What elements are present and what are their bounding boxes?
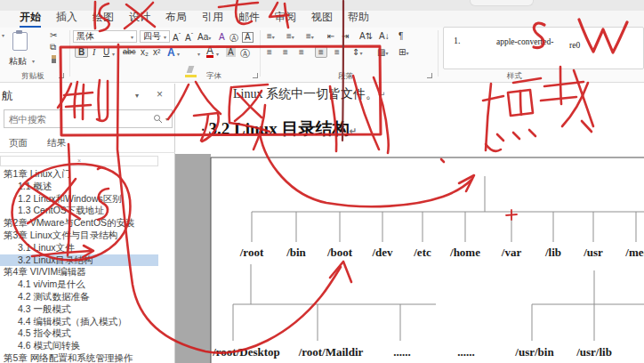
menu-tab[interactable]: 审阅 (275, 10, 296, 28)
menu-tab[interactable]: 布局 (165, 10, 187, 28)
outline-item[interactable]: 4.6 模式间转换 (0, 340, 175, 352)
paste-button[interactable]: 粘贴 (9, 55, 27, 68)
format-painter-icon[interactable] (52, 55, 56, 63)
pilcrow-mark: ↵ (378, 90, 385, 100)
underline-button[interactable]: U (103, 47, 109, 57)
subscript-button[interactable]: x₂ (141, 47, 149, 57)
italic-button[interactable]: I (93, 47, 95, 57)
phonetic-guide-button[interactable]: A (219, 32, 225, 42)
paste-icon[interactable] (12, 32, 28, 51)
outline-item[interactable]: 4.5 指令模式 (0, 327, 175, 340)
document-paragraph[interactable]: Linux 系统中一切皆文件。↵ (233, 86, 385, 102)
outline-item[interactable]: 4.4 编辑模式（插入模式） (0, 316, 175, 328)
outline-item[interactable]: 3.2 Linux目录结构 (0, 254, 158, 267)
style-item[interactable]: re0 (569, 41, 580, 50)
clipboard-dialog-launcher-icon[interactable] (59, 73, 64, 78)
group-divider (69, 30, 70, 77)
style-item[interactable]: 1. (454, 36, 461, 45)
tree-node: /var (502, 246, 521, 260)
menu-tab[interactable]: 插入 (56, 10, 77, 28)
outline-item[interactable]: 第2章 VMware与CentOS的安装 (0, 217, 175, 230)
font-size-combo[interactable]: 四号 ▾ (140, 30, 170, 43)
menu-tab[interactable]: 帮助 (348, 10, 369, 28)
font-name-combo[interactable]: 黑体 ▾ (73, 30, 137, 43)
group-divider (438, 30, 439, 77)
search-icon[interactable] (153, 114, 164, 125)
copy-icon[interactable]: ⧉ (50, 42, 56, 52)
outline-item[interactable]: 4.2 测试数据准备 (0, 291, 175, 303)
navigation-caret-icon[interactable]: ▾ (135, 92, 139, 100)
change-case-button[interactable]: Aa▾ (197, 32, 211, 42)
outline-item[interactable]: 4.3 一般模式 (0, 303, 175, 316)
tree-node: /med (625, 246, 644, 260)
outline-item[interactable]: 第4章 VI/VIM编辑器 (0, 266, 175, 278)
paste-caret-icon[interactable]: ▾ (32, 58, 35, 64)
outline-item[interactable]: 第3章 Linux文件与目录结构 (0, 230, 175, 242)
decrease-indent-icon[interactable]: ⇤ (327, 31, 334, 41)
outline-item[interactable]: 1.3 CentOS下载地址 (0, 205, 175, 217)
font-group-label: 字体 (206, 71, 221, 82)
increase-indent-icon[interactable]: ⇥ (342, 31, 349, 41)
search-caret-icon[interactable]: ▾ (165, 116, 168, 122)
style-item[interactable]: apple-converted- (496, 37, 553, 46)
menu-tab[interactable]: 绘图 (93, 10, 114, 28)
undo-caret-icon[interactable]: ▾ (2, 32, 4, 38)
show-marks-button[interactable]: ¶ (398, 31, 403, 41)
figure-border (211, 157, 644, 363)
highlight-pen-icon[interactable] (185, 66, 197, 77)
distribute-icon[interactable]: ≡ (334, 47, 340, 57)
menu-tab[interactable]: 设计 (129, 10, 150, 28)
navigation-close-icon[interactable]: × (157, 88, 163, 101)
outline-item[interactable]: 3.1 Linux文件 (0, 242, 175, 254)
enclose-char-button[interactable]: Ⓐ (240, 47, 250, 60)
paragraph-dialog-launcher-icon[interactable] (427, 73, 432, 78)
font-dialog-launcher-icon[interactable] (253, 73, 258, 78)
strikethrough-button[interactable]: abc (123, 47, 136, 56)
character-border-button[interactable]: A (242, 32, 254, 43)
tree-node: /etc (414, 246, 431, 260)
line-spacing-button[interactable]: ⇕▾ (352, 47, 362, 57)
font-color-caret-icon[interactable]: ▾ (216, 51, 219, 57)
document-heading[interactable]: ▪ 3.2 Linux 目录结构↵ (202, 117, 357, 141)
borders-button[interactable]: ⊞▾ (398, 47, 408, 57)
shading-button[interactable]: ▨▾ (377, 47, 388, 57)
align-left-icon[interactable]: ≡ (267, 47, 272, 57)
shrink-font-button[interactable]: Aˇ (185, 32, 193, 43)
outline-item[interactable]: 1.1 概述 (0, 181, 175, 193)
text-effects-button[interactable]: A (167, 46, 175, 59)
grow-font-button[interactable]: Aˆ (173, 32, 181, 43)
search-box[interactable]: ▾ (4, 109, 173, 128)
outline-item[interactable]: 1.2 Linux和Windows区别 (0, 193, 175, 206)
outline-item[interactable]: 第5章 网络配置和系统管理操作 (0, 352, 175, 363)
menu-tab[interactable]: 开始 (20, 10, 41, 28)
highlight-caret-icon[interactable]: ▾ (197, 51, 200, 57)
character-shading-button[interactable]: A (226, 47, 236, 57)
font-name-caret-icon: ▾ (131, 34, 133, 40)
menu-tab[interactable]: 邮件 (238, 10, 260, 28)
nav-result-bar[interactable]: × (0, 156, 158, 166)
bullet-list-button[interactable]: ≡▾ (267, 31, 275, 41)
underline-caret-icon[interactable]: ▾ (112, 51, 115, 57)
text-effects-caret-icon[interactable]: ▾ (177, 51, 180, 57)
cut-icon[interactable]: ✂ (50, 30, 57, 40)
menu-tab[interactable]: 引用 (202, 10, 223, 28)
search-input[interactable] (4, 114, 153, 125)
sort-button[interactable]: A↓ (379, 31, 390, 41)
font-color-button[interactable]: A (206, 46, 213, 58)
menu-tab[interactable]: 视图 (311, 10, 333, 28)
multilevel-list-button[interactable]: ≡▾ (306, 31, 314, 41)
enclose-characters-button[interactable]: Ⓐ (229, 32, 238, 44)
numbered-list-button[interactable]: ≡▾ (286, 31, 294, 41)
bold-button[interactable]: B (75, 46, 88, 58)
styles-group-label: 样式 (507, 71, 522, 82)
outline-item[interactable]: 4.1 vi/vim是什么 (0, 278, 175, 291)
align-right-icon[interactable]: ≡ (299, 47, 304, 57)
nav-tab[interactable]: 结果 (47, 137, 66, 149)
justify-icon[interactable]: ≡ (315, 46, 327, 58)
nav-tab[interactable]: 页面 (9, 137, 28, 149)
align-center-icon[interactable]: ≡ (283, 47, 288, 57)
asian-layout-button[interactable]: A⇅ (359, 31, 373, 41)
outline-item[interactable]: 第1章 Linux入门 (0, 168, 175, 181)
annotation-doc-arc-arrow (260, 133, 474, 206)
superscript-button[interactable]: x² (153, 47, 160, 57)
